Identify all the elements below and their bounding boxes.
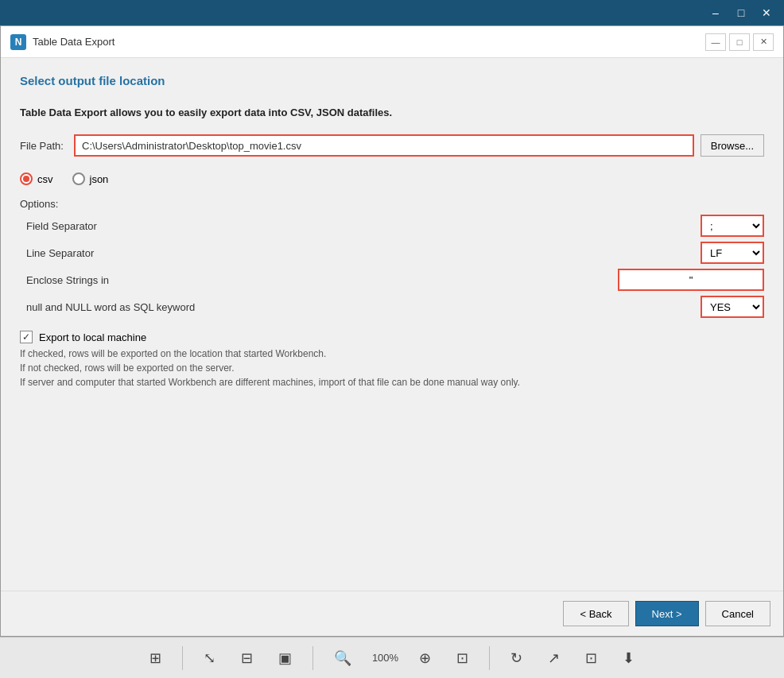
app-icon: N [10,34,26,50]
checkbox-info-line-1: If checked, rows will be exported on the… [20,347,764,361]
taskbar-divider-2 [312,646,313,670]
null-keyword-select[interactable]: YES NO [701,296,764,318]
checkbox-info: If checked, rows will be exported on the… [20,347,764,389]
line-separator-select[interactable]: LF CRLF CR [701,242,764,264]
radio-csv[interactable]: csv [20,172,53,185]
export-icon[interactable]: ↗ [543,646,565,670]
option-row-line-separator: Line Separator LF CRLF CR [20,242,764,264]
next-button[interactable]: Next > [635,601,699,626]
enclose-strings-input[interactable] [618,269,764,291]
option-row-enclose-strings: Enclose Strings in [20,269,764,291]
window-title: Table Data Export [33,36,114,48]
zoom-in-icon[interactable]: ⊕ [414,646,436,670]
frame-icon[interactable]: ▣ [274,646,297,670]
null-keyword-label: null and NULL word as SQL keyword [20,301,195,313]
crop-icon[interactable]: ⊡ [580,646,602,670]
download-icon[interactable]: ⬇ [618,646,639,670]
export-local-row: Export to local machine [20,331,764,343]
app-window: N Table Data Export — □ ✕ Select output … [0,25,784,637]
checkbox-section: Export to local machine If checked, rows… [20,331,764,389]
checkbox-info-line-3: If server and computer that started Work… [20,375,764,389]
taskbar-divider-3 [489,646,490,670]
back-button[interactable]: < Back [563,601,628,626]
file-path-input[interactable] [74,134,694,157]
browse-button[interactable]: Browse... [701,134,764,157]
enclose-strings-label: Enclose Strings in [20,274,109,286]
minimize-button[interactable]: — [705,33,726,51]
checkbox-info-line-2: If not checked, rows will be exported on… [20,361,764,375]
export-local-checkbox[interactable] [20,331,33,343]
main-content: Select output file location Table Data E… [1,58,783,591]
format-radio-row: csv json [20,172,764,185]
taskbar-divider-1 [182,646,183,670]
title-bar: N Table Data Export — □ ✕ [1,26,783,58]
field-separator-select[interactable]: ; , \t | [701,215,764,237]
bottom-bar: < Back Next > Cancel [1,591,783,636]
options-grid: Field Separator ; , \t | Line Separator … [20,215,764,318]
title-bar-controls: — □ ✕ [705,33,774,51]
options-section: Options: Field Separator ; , \t | Line S… [20,198,764,318]
description-text: Table Data Export allows you to easily e… [20,107,764,118]
win-close-btn[interactable]: ✕ [755,3,778,22]
file-path-row: File Path: Browse... [20,134,764,157]
win-minimize-btn[interactable]: – [704,3,727,22]
radio-json-indicator[interactable] [72,172,85,185]
option-row-field-separator: Field Separator ; , \t | [20,215,764,237]
section-title: Select output file location [20,74,764,87]
field-separator-label: Field Separator [20,220,97,232]
monitor-icon[interactable]: ⊞ [145,646,166,670]
radio-csv-indicator[interactable] [20,172,33,185]
refresh-icon[interactable]: ↻ [506,646,527,670]
cancel-button[interactable]: Cancel [705,601,770,626]
options-label: Options: [20,198,764,210]
bottom-taskbar: ⊞ ⤡ ⊟ ▣ 🔍 100% ⊕ ⊡ ↻ ↗ ⊡ ⬇ [0,637,784,678]
win-restore-btn[interactable]: □ [730,3,752,22]
resize-icon[interactable]: ⤡ [199,646,220,670]
maximize-button[interactable]: □ [729,33,750,51]
close-button[interactable]: ✕ [753,33,774,51]
database-icon[interactable]: ⊟ [236,646,258,670]
export-local-label: Export to local machine [39,331,146,343]
windows-taskbar-top: – □ ✕ [0,0,784,25]
radio-csv-label: csv [37,173,53,185]
zoom-level: 100% [372,652,398,664]
line-separator-label: Line Separator [20,247,94,259]
zoom-out-icon[interactable]: 🔍 [329,646,356,670]
radio-json-label: json [90,173,109,185]
option-row-null-keyword: null and NULL word as SQL keyword YES NO [20,296,764,318]
radio-json[interactable]: json [72,172,109,185]
title-bar-left: N Table Data Export [10,34,114,50]
fit-icon[interactable]: ⊡ [452,646,473,670]
file-path-label: File Path: [20,140,68,152]
